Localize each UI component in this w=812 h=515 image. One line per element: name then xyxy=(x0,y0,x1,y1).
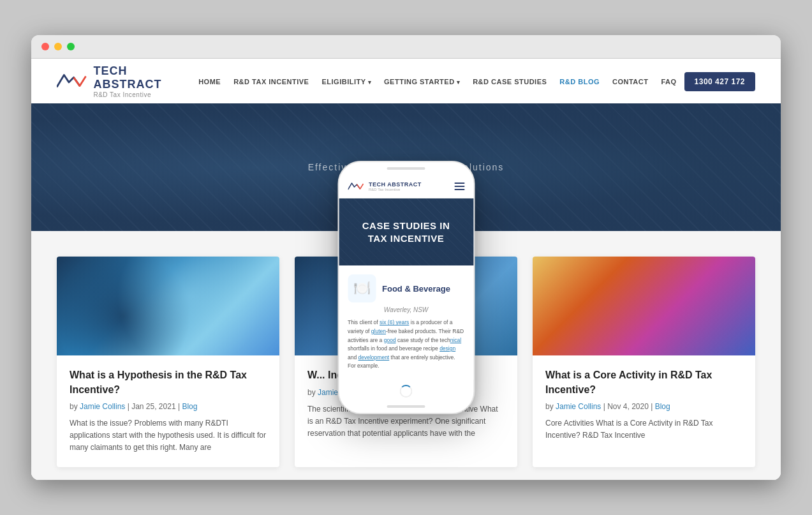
food-beverage-icon: 🍽️ xyxy=(348,274,376,302)
nav-getting-started[interactable]: GETTING STARTED xyxy=(379,74,465,89)
nav-menu: HOME R&D TAX INCENTIVE ELIGIBILITY GETTI… xyxy=(193,75,755,87)
phone-card-category: Food & Beverage xyxy=(382,284,450,294)
phone-case-study-card: 🍽️ Food & Beverage Waverley, NSW This cl… xyxy=(339,265,473,380)
phone-logo-text: TECH ABSTRACT R&D Tax Incentive xyxy=(369,181,422,191)
card-image-3 xyxy=(533,257,755,355)
card-meta-3: by Jamie Collins | Nov 4, 2020 | Blog xyxy=(545,402,742,411)
nav-blog[interactable]: R&D BLOG xyxy=(554,74,605,89)
card-by-2: by xyxy=(307,388,318,397)
phone-hero-section: CASE STUDIES INTAX INCENTIVE xyxy=(339,198,473,265)
card-date-val-1: Jan 25, 2021 xyxy=(131,402,175,411)
nav-rd-tax-incentive[interactable]: R&D TAX INCENTIVE xyxy=(228,74,314,89)
card-by-3: by xyxy=(545,402,556,411)
card-title-1: What is a Hypothesis in the R&D Tax Ince… xyxy=(70,368,267,397)
card-title-3: What is a Core Activity in R&D Tax Incen… xyxy=(545,368,742,397)
website-content: TECH ABSTRACT R&D Tax Incentive HOME R&D… xyxy=(31,59,781,479)
card-body-1: What is a Hypothesis in the R&D Tax Ince… xyxy=(57,355,279,466)
close-button[interactable] xyxy=(41,43,49,50)
card-excerpt-1: What is the issue? Problems with many R&… xyxy=(70,417,267,454)
card-date-val-3: Nov 4, 2020 xyxy=(607,402,649,411)
phone-notch-bar xyxy=(387,167,425,170)
phone-logo-icon xyxy=(348,180,365,193)
logo-icon xyxy=(57,68,87,94)
nav-contact[interactable]: CONTACT xyxy=(607,74,653,89)
highlight-six: six (6) years xyxy=(380,319,409,325)
browser-window: TECH ABSTRACT R&D Tax Incentive HOME R&D… xyxy=(31,35,781,479)
nav-case-studies[interactable]: R&D CASE STUDIES xyxy=(468,74,552,89)
phone-card-text: This client of six (6) years is a produc… xyxy=(348,318,464,371)
phone-bottom xyxy=(339,400,473,413)
blog-card-3[interactable]: What is a Core Activity in R&D Tax Incen… xyxy=(533,257,755,466)
main-navigation: TECH ABSTRACT R&D Tax Incentive HOME R&D… xyxy=(31,59,781,103)
hamburger-line-1 xyxy=(454,183,464,184)
card-body-3: What is a Core Activity in R&D Tax Incen… xyxy=(533,355,755,454)
nav-home[interactable]: HOME xyxy=(193,74,226,89)
hamburger-line-3 xyxy=(454,189,464,190)
card-author-1[interactable]: Jamie Collins xyxy=(80,402,125,411)
phone-hero-title: CASE STUDIES INTAX INCENTIVE xyxy=(362,220,450,244)
minimize-button[interactable] xyxy=(54,43,62,50)
highlight-nical: nical xyxy=(450,337,461,343)
blog-section: TECH ABSTRACT R&D Tax Incentive CASE STU… xyxy=(31,231,781,479)
card-category-3[interactable]: Blog xyxy=(655,402,670,411)
browser-chrome xyxy=(31,35,781,59)
maximize-button[interactable] xyxy=(67,43,75,50)
card-author-3[interactable]: Jamie Collins xyxy=(556,402,601,411)
phone-loading-spinner xyxy=(339,380,473,400)
nav-eligibility[interactable]: ELIGIBILITY xyxy=(316,74,376,89)
card-category-1[interactable]: Blog xyxy=(182,402,197,411)
phone-logo: TECH ABSTRACT R&D Tax Incentive xyxy=(348,180,422,193)
logo-text: TECH ABSTRACT R&D Tax Incentive xyxy=(93,64,193,98)
spinner-circle xyxy=(400,385,413,398)
card-image-1 xyxy=(57,257,279,355)
highlight-good: good xyxy=(384,337,396,343)
phone-card-location: Waverley, NSW xyxy=(348,306,464,313)
phone-hamburger-menu[interactable] xyxy=(454,183,464,190)
logo-subtitle: R&D Tax Incentive xyxy=(93,91,193,98)
phone-mockup: TECH ABSTRACT R&D Tax Incentive CASE STU… xyxy=(337,161,475,414)
highlight-gluten: gluten xyxy=(371,328,386,334)
phone-card-header: 🍽️ Food & Beverage xyxy=(348,274,464,302)
nav-faq[interactable]: FAQ xyxy=(656,74,681,89)
nav-phone-cta[interactable]: 1300 427 172 xyxy=(684,72,755,91)
site-logo[interactable]: TECH ABSTRACT R&D Tax Incentive xyxy=(57,64,193,98)
card-by-1: by xyxy=(70,402,80,411)
phone-logo-title: TECH ABSTRACT xyxy=(369,181,422,188)
card-excerpt-3: Core Activities What is a Core Activity … xyxy=(545,417,742,442)
logo-title: TECH ABSTRACT xyxy=(93,64,193,91)
highlight-design: design xyxy=(439,345,455,352)
blog-card-1[interactable]: What is a Hypothesis in the R&D Tax Ince… xyxy=(57,257,279,466)
phone-bottom-bar xyxy=(387,405,425,408)
phone-navigation: TECH ABSTRACT R&D Tax Incentive xyxy=(339,175,473,198)
phone-notch xyxy=(339,162,473,175)
hamburger-line-2 xyxy=(454,186,464,187)
highlight-development: development xyxy=(358,354,390,361)
card-meta-1: by Jamie Collins | Jan 25, 2021 | Blog xyxy=(70,402,267,411)
phone-logo-subtitle: R&D Tax Incentive xyxy=(369,188,422,191)
